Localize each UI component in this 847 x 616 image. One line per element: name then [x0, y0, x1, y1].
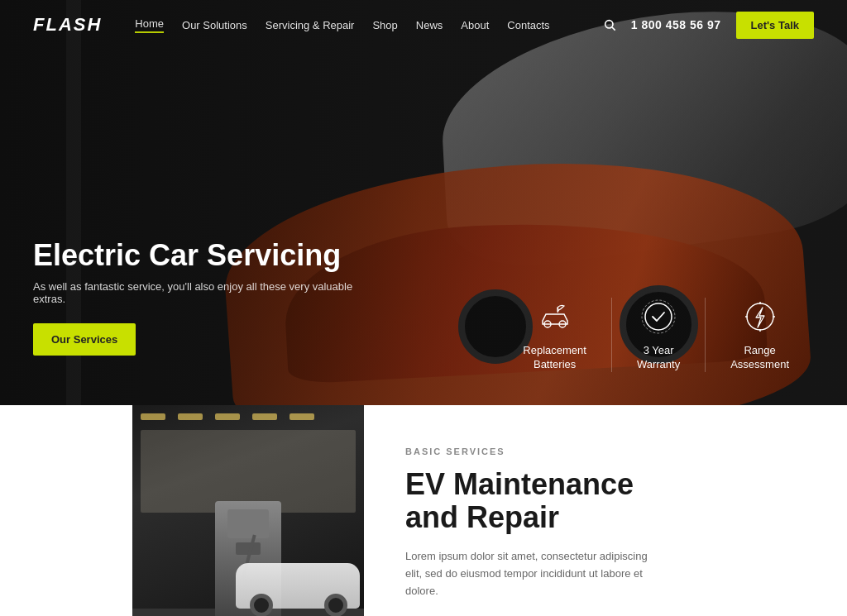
- warranty-icon: [639, 298, 677, 336]
- nav-about[interactable]: About: [461, 19, 489, 31]
- services-section: BASIC SERVICES EV Maintenance and Repair…: [0, 405, 847, 616]
- nav-news[interactable]: News: [416, 19, 443, 31]
- ceiling-lights: [141, 413, 356, 420]
- svg-point-0: [605, 21, 612, 28]
- nav-shop[interactable]: Shop: [372, 19, 397, 31]
- ceiling-light: [178, 413, 203, 420]
- ceiling-light: [215, 413, 240, 420]
- feature-warranty-label: 3 YearWarranty: [637, 344, 680, 372]
- section-body: Lorem ipsum dolor sit amet, consectetur …: [405, 548, 662, 599]
- navbar: FLASH Home Our Solutions Servicing & Rep…: [0, 0, 847, 50]
- navbar-right: 1 800 458 56 97 Let's Talk: [603, 12, 814, 39]
- feature-warranty: 3 YearWarranty: [612, 298, 706, 372]
- garage-image-inner: [132, 405, 364, 616]
- our-services-button[interactable]: Our Services: [33, 323, 136, 356]
- hero-title: Electric Car Servicing: [33, 238, 380, 272]
- site-logo[interactable]: FLASH: [33, 14, 102, 36]
- services-text: BASIC SERVICES EV Maintenance and Repair…: [364, 405, 695, 616]
- nav-links: Home Our Solutions Servicing & Repair Sh…: [135, 17, 602, 33]
- charger-screen: [227, 509, 269, 538]
- nav-contacts[interactable]: Contacts: [507, 19, 549, 31]
- svg-point-4: [645, 303, 672, 330]
- range-icon: [741, 298, 779, 336]
- section-heading: EV Maintenance and Repair: [405, 468, 662, 533]
- section-tag: BASIC SERVICES: [405, 446, 662, 456]
- hero-content: Electric Car Servicing As well as fantas…: [33, 238, 380, 356]
- svg-point-6: [747, 303, 773, 330]
- hero-subtitle: As well as fantastic service, you'll als…: [33, 280, 380, 305]
- svg-point-5: [642, 300, 675, 333]
- feature-batteries: ReplacementBatteries: [498, 298, 612, 372]
- battery-car-icon: [536, 298, 574, 336]
- nav-servicing[interactable]: Servicing & Repair: [266, 19, 355, 31]
- ceiling-light: [290, 413, 314, 420]
- nav-solutions[interactable]: Our Solutions: [182, 19, 247, 31]
- feature-range-label: RangeAssessment: [730, 344, 789, 372]
- feature-batteries-label: ReplacementBatteries: [523, 344, 586, 372]
- ceiling-light: [252, 413, 277, 420]
- svg-line-1: [612, 27, 615, 31]
- ev-wheel-rear: [324, 594, 347, 616]
- services-image: [132, 405, 364, 616]
- ceiling-light: [141, 413, 165, 420]
- hero-section: Electric Car Servicing As well as fantas…: [0, 0, 847, 405]
- lets-talk-button[interactable]: Let's Talk: [736, 12, 814, 39]
- feature-range: RangeAssessment: [706, 298, 814, 372]
- ev-wheel-front: [250, 594, 273, 616]
- nav-home[interactable]: Home: [135, 17, 164, 33]
- search-icon[interactable]: [603, 18, 616, 31]
- hero-features: ReplacementBatteries 3 YearWarranty: [498, 298, 814, 372]
- phone-number: 1 800 458 56 97: [631, 18, 721, 31]
